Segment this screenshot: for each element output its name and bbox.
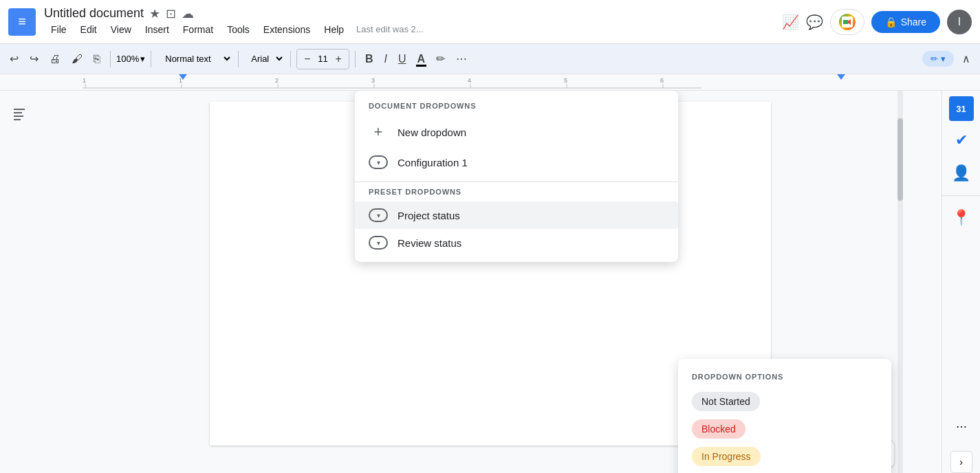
doc-title-row: Untitled document ★ ⊡ ☁ [44,6,424,21]
separator-4 [290,51,291,67]
comments-icon[interactable]: 💬 [806,14,823,30]
menu-tools[interactable]: Tools [220,21,257,38]
toolbar: ↩ ↪ 🖨 🖌 ⎘ 100% ▾ Normal text Arial − 11 … [0,44,980,74]
svg-text:5: 5 [564,77,567,84]
top-right-controls: 📈 💬 🔒 Share I [782,9,972,35]
share-lock-icon: 🔒 [885,16,897,28]
svg-rect-17 [14,112,22,113]
trending-icon[interactable]: 📈 [782,14,799,30]
menu-extensions[interactable]: Extensions [257,21,317,38]
option-in-progress[interactable]: In Progress [692,447,761,466]
collapse-toolbar-button[interactable]: ∧ [958,50,974,68]
option-not-started[interactable]: Not Started [692,392,760,411]
bold-button[interactable]: B [361,50,378,68]
zoom-select[interactable]: 100% ▾ [116,54,145,64]
user-avatar[interactable]: I [947,10,972,34]
font-size-area: − 11 + [296,49,349,69]
vertical-scrollbar[interactable] [897,91,903,473]
outline-icon[interactable] [7,102,32,126]
italic-button[interactable]: I [380,50,391,68]
text-color-icon: A [417,53,426,65]
review-status-item[interactable]: Review status [355,229,678,256]
paint-format-button[interactable]: 🖌 [67,50,87,68]
sidebar-separator [942,195,980,196]
style-select[interactable]: Normal text [157,52,232,66]
print-button[interactable]: 🖨 [45,50,65,68]
dropdown-options-title: DROPDOWN OPTIONS [692,373,878,381]
separator-2 [151,51,151,67]
docs-logo[interactable]: ≡ [8,8,36,36]
new-dropdown-label: New dropdown [398,126,466,138]
zoom-chevron-icon: ▾ [140,54,145,64]
dropdown-panel: DOCUMENT DROPDOWNS + New dropdown Config… [355,91,678,262]
panel-divider [355,182,678,182]
expand-button[interactable]: › [950,451,972,473]
text-color-button[interactable]: A [413,50,430,68]
meet-button[interactable] [830,9,864,35]
plus-icon: + [369,122,388,142]
menu-view[interactable]: View [104,21,138,38]
config1-item[interactable]: Configuration 1 [355,148,678,176]
config1-chip-icon [369,155,388,169]
ruler-inner: 1 1 2 3 4 5 6 [0,74,980,90]
tasks-icon[interactable]: ✔ [948,126,975,154]
top-bar: ≡ Untitled document ★ ⊡ ☁ File Edit View… [0,0,980,44]
font-size-decrease-button[interactable]: − [300,50,314,68]
star-icon[interactable]: ★ [149,6,160,21]
font-size-increase-button[interactable]: + [331,50,346,68]
menu-edit[interactable]: Edit [74,21,104,38]
undo-button[interactable]: ↩ [6,50,23,68]
doc-title-area: Untitled document ★ ⊡ ☁ File Edit View I… [44,6,424,38]
share-label: Share [901,16,926,28]
document-dropdowns-title: DOCUMENT DROPDOWNS [355,102,678,116]
project-status-item[interactable]: Project status [355,201,678,229]
svg-text:4: 4 [468,77,471,84]
menu-help[interactable]: Help [317,21,351,38]
preset-dropdowns-title: PRESET DROPDOWNS [355,188,678,201]
main-content: DOCUMENT DROPDOWNS + New dropdown Config… [0,91,980,473]
project-status-chip-icon [369,208,388,222]
meet-logo-icon [839,14,856,30]
project-status-label: Project status [398,210,460,221]
svg-rect-16 [14,109,25,110]
review-status-chip-icon [369,236,388,250]
sidebar-more-button[interactable]: ⋯ [948,412,975,440]
font-size-value[interactable]: 11 [316,54,330,64]
docs-logo-icon: ≡ [18,14,26,30]
redo-button[interactable]: ↪ [25,50,43,68]
highlight-button[interactable]: ✏ [432,50,449,68]
maps-icon[interactable]: 📍 [948,204,975,232]
svg-text:3: 3 [371,77,375,84]
svg-rect-19 [14,119,21,120]
underline-button[interactable]: U [394,50,411,68]
menu-insert[interactable]: Insert [138,21,176,38]
config1-label: Configuration 1 [398,157,468,168]
clone-button[interactable]: ⎘ [89,50,105,68]
menu-file[interactable]: File [44,21,74,38]
separator-1 [110,51,111,67]
svg-rect-18 [14,116,23,117]
doc-title[interactable]: Untitled document [44,6,144,21]
edit-mode-button[interactable]: ✏ ▾ [922,51,954,67]
people-icon[interactable]: 👤 [948,160,975,187]
right-sidebar: 31 ✔ 👤 📍 ⋯ › [941,91,980,473]
option-blocked[interactable]: Blocked [692,419,745,439]
menu-format[interactable]: Format [176,21,220,38]
svg-text:1: 1 [83,77,86,84]
folder-icon[interactable]: ⊡ [166,6,176,21]
new-dropdown-item[interactable]: + New dropdown [355,116,678,148]
calendar-icon[interactable]: 31 [949,96,974,121]
svg-text:6: 6 [660,77,664,84]
ruler: 1 1 2 3 4 5 6 [0,74,980,91]
font-select[interactable]: Arial [244,52,285,66]
cloud-icon[interactable]: ☁ [182,6,194,21]
zoom-value: 100% [116,54,139,64]
more-toolbar-button[interactable]: ⋯ [452,50,471,68]
share-button[interactable]: 🔒 Share [871,11,940,33]
edit-mode-chevron-icon: ▾ [941,54,946,64]
doc-area[interactable]: DOCUMENT DROPDOWNS + New dropdown Config… [39,91,941,473]
separator-3 [238,51,239,67]
svg-text:2: 2 [275,77,279,84]
menu-bar: File Edit View Insert Format Tools Exten… [44,21,424,38]
scrollbar-thumb[interactable] [897,118,903,201]
